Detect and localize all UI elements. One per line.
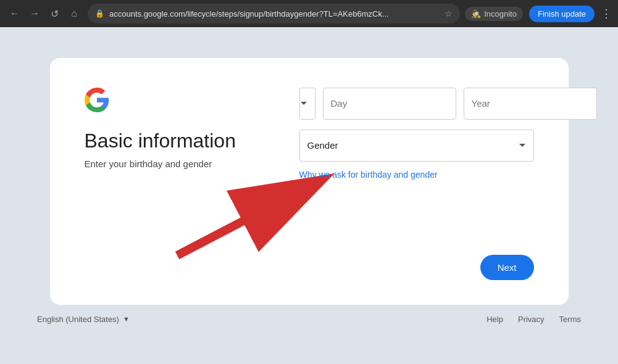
day-input[interactable] <box>323 88 456 120</box>
incognito-label: Incognito <box>484 9 517 19</box>
privacy-link[interactable]: Privacy <box>518 315 545 324</box>
language-label: English (United States) <box>37 315 119 324</box>
footer-links: Help Privacy Terms <box>486 315 581 324</box>
month-select[interactable]: Month January February March April May J… <box>299 88 315 120</box>
chevron-down-icon: ▼ <box>123 315 130 323</box>
chrome-right: 🕵 Incognito Finish update ⋮ <box>465 6 612 22</box>
home-button[interactable]: ⌂ <box>65 5 83 22</box>
svg-line-1 <box>177 181 319 255</box>
incognito-icon: 🕵 <box>471 9 481 19</box>
browser-chrome: ← → ↺ ⌂ 🔒 accounts.google.com/lifecycle/… <box>0 0 618 27</box>
forward-button[interactable]: → <box>26 5 43 22</box>
month-wrapper: Month January February March April May J… <box>299 88 315 120</box>
form-area: Month January February March April May J… <box>299 88 534 180</box>
address-text: accounts.google.com/lifecycle/steps/sign… <box>109 9 440 19</box>
year-input[interactable] <box>464 88 597 120</box>
terms-link[interactable]: Terms <box>559 315 581 324</box>
address-bar[interactable]: 🔒 accounts.google.com/lifecycle/steps/si… <box>88 4 460 23</box>
nav-buttons: ← → ↺ ⌂ <box>6 5 83 22</box>
back-button[interactable]: ← <box>6 5 23 22</box>
gender-select[interactable]: Gender Male Female Rather not say Custom <box>299 130 534 162</box>
page-content: Basic information Enter your birthday an… <box>0 27 618 364</box>
birthday-row: Month January February March April May J… <box>299 88 534 120</box>
incognito-badge: 🕵 Incognito <box>465 7 523 21</box>
next-button[interactable]: Next <box>480 255 534 280</box>
main-card: Basic information Enter your birthday an… <box>50 58 569 305</box>
help-link[interactable]: Help <box>486 315 503 324</box>
lock-icon: 🔒 <box>95 9 104 18</box>
finish-update-button[interactable]: Finish update <box>529 6 595 22</box>
browser-menu-icon[interactable]: ⋮ <box>601 7 612 20</box>
bookmark-icon[interactable]: ☆ <box>445 9 453 19</box>
footer-language: English (United States) ▼ <box>37 315 130 324</box>
reload-button[interactable]: ↺ <box>46 5 63 22</box>
footer: English (United States) ▼ Help Privacy T… <box>12 305 606 334</box>
birthday-gender-link[interactable]: Why we ask for birthday and gender <box>299 170 438 180</box>
